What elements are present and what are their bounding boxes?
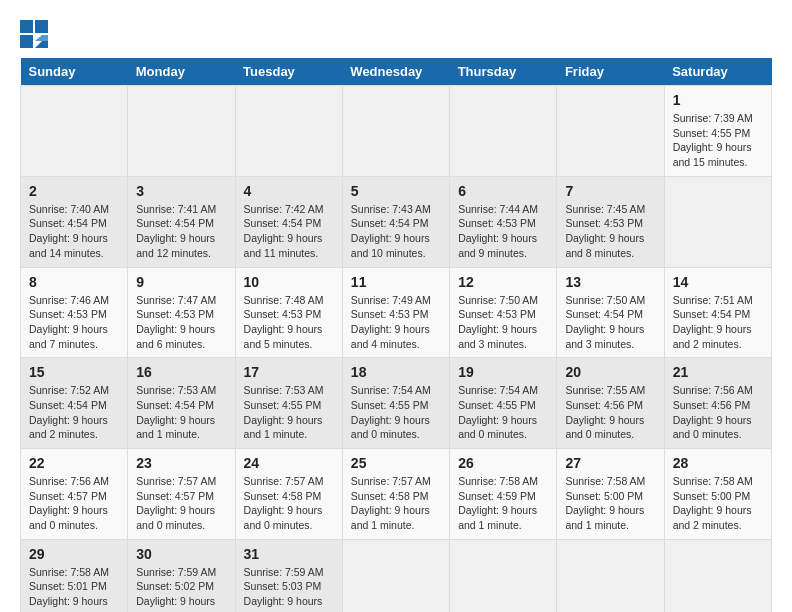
calendar-cell: 7 Sunrise: 7:45 AM Sunset: 4:53 PM Dayli… (557, 176, 664, 267)
week-row-2: 2 Sunrise: 7:40 AM Sunset: 4:54 PM Dayli… (21, 176, 772, 267)
weekday-header-monday: Monday (128, 58, 235, 86)
day-info: Sunrise: 7:54 AM Sunset: 4:55 PM Dayligh… (458, 383, 548, 442)
svg-marker-4 (35, 35, 48, 41)
sunset-label: Sunset: 4:54 PM (565, 308, 643, 320)
calendar-cell: 24 Sunrise: 7:57 AM Sunset: 4:58 PM Dayl… (235, 449, 342, 540)
day-info: Sunrise: 7:56 AM Sunset: 4:56 PM Dayligh… (673, 383, 763, 442)
day-number: 22 (29, 455, 119, 471)
calendar-cell (557, 86, 664, 177)
calendar-body: 1 Sunrise: 7:39 AM Sunset: 4:55 PM Dayli… (21, 86, 772, 613)
page-header (20, 20, 772, 48)
day-number: 16 (136, 364, 226, 380)
week-row-6: 29 Sunrise: 7:58 AM Sunset: 5:01 PM Dayl… (21, 539, 772, 612)
sunrise-label: Sunrise: 7:58 AM (458, 475, 538, 487)
day-info: Sunrise: 7:53 AM Sunset: 4:54 PM Dayligh… (136, 383, 226, 442)
day-number: 25 (351, 455, 441, 471)
sunset-label: Sunset: 4:54 PM (351, 217, 429, 229)
calendar-cell: 17 Sunrise: 7:53 AM Sunset: 4:55 PM Dayl… (235, 358, 342, 449)
calendar-cell: 4 Sunrise: 7:42 AM Sunset: 4:54 PM Dayli… (235, 176, 342, 267)
calendar-cell: 10 Sunrise: 7:48 AM Sunset: 4:53 PM Dayl… (235, 267, 342, 358)
daylight-label: Daylight: 9 hours and 9 minutes. (458, 232, 537, 259)
daylight-label: Daylight: 9 hours and 14 minutes. (29, 232, 108, 259)
day-info: Sunrise: 7:55 AM Sunset: 4:56 PM Dayligh… (565, 383, 655, 442)
daylight-label: Daylight: 9 hours and 2 minutes. (673, 504, 752, 531)
sunset-label: Sunset: 5:02 PM (136, 580, 214, 592)
day-number: 9 (136, 274, 226, 290)
sunrise-label: Sunrise: 7:57 AM (351, 475, 431, 487)
sunrise-label: Sunrise: 7:59 AM (244, 566, 324, 578)
day-info: Sunrise: 7:58 AM Sunset: 4:59 PM Dayligh… (458, 474, 548, 533)
day-number: 17 (244, 364, 334, 380)
calendar-cell (342, 539, 449, 612)
sunrise-label: Sunrise: 7:56 AM (29, 475, 109, 487)
sunset-label: Sunset: 5:03 PM (244, 580, 322, 592)
daylight-label: Daylight: 9 hours and 0 minutes. (565, 414, 644, 441)
day-info: Sunrise: 7:52 AM Sunset: 4:54 PM Dayligh… (29, 383, 119, 442)
sunrise-label: Sunrise: 7:56 AM (673, 384, 753, 396)
day-number: 31 (244, 546, 334, 562)
sunset-label: Sunset: 4:57 PM (29, 490, 107, 502)
sunrise-label: Sunrise: 7:45 AM (565, 203, 645, 215)
daylight-label: Daylight: 9 hours and 0 minutes. (673, 414, 752, 441)
calendar-cell (450, 539, 557, 612)
calendar-cell: 28 Sunrise: 7:58 AM Sunset: 5:00 PM Dayl… (664, 449, 771, 540)
day-info: Sunrise: 7:51 AM Sunset: 4:54 PM Dayligh… (673, 293, 763, 352)
sunset-label: Sunset: 4:53 PM (244, 308, 322, 320)
day-number: 30 (136, 546, 226, 562)
svg-rect-1 (35, 20, 48, 33)
day-info: Sunrise: 7:57 AM Sunset: 4:58 PM Dayligh… (351, 474, 441, 533)
sunset-label: Sunset: 4:56 PM (673, 399, 751, 411)
calendar-cell: 26 Sunrise: 7:58 AM Sunset: 4:59 PM Dayl… (450, 449, 557, 540)
sunset-label: Sunset: 4:53 PM (458, 217, 536, 229)
calendar-cell: 8 Sunrise: 7:46 AM Sunset: 4:53 PM Dayli… (21, 267, 128, 358)
day-info: Sunrise: 7:47 AM Sunset: 4:53 PM Dayligh… (136, 293, 226, 352)
day-info: Sunrise: 7:57 AM Sunset: 4:57 PM Dayligh… (136, 474, 226, 533)
day-number: 12 (458, 274, 548, 290)
day-number: 23 (136, 455, 226, 471)
daylight-label: Daylight: 9 hours and 8 minutes. (565, 232, 644, 259)
logo (20, 20, 52, 48)
sunset-label: Sunset: 4:54 PM (136, 217, 214, 229)
sunrise-label: Sunrise: 7:50 AM (565, 294, 645, 306)
day-number: 5 (351, 183, 441, 199)
sunrise-label: Sunrise: 7:54 AM (351, 384, 431, 396)
day-info: Sunrise: 7:46 AM Sunset: 4:53 PM Dayligh… (29, 293, 119, 352)
sunrise-label: Sunrise: 7:54 AM (458, 384, 538, 396)
day-number: 8 (29, 274, 119, 290)
weekday-header-row: SundayMondayTuesdayWednesdayThursdayFrid… (21, 58, 772, 86)
week-row-1: 1 Sunrise: 7:39 AM Sunset: 4:55 PM Dayli… (21, 86, 772, 177)
daylight-label: Daylight: 9 hours and 2 minutes. (673, 323, 752, 350)
day-info: Sunrise: 7:50 AM Sunset: 4:53 PM Dayligh… (458, 293, 548, 352)
sunset-label: Sunset: 4:55 PM (244, 399, 322, 411)
day-number: 19 (458, 364, 548, 380)
daylight-label: Daylight: 9 hours and 6 minutes. (136, 323, 215, 350)
daylight-label: Daylight: 9 hours and 15 minutes. (673, 141, 752, 168)
day-number: 24 (244, 455, 334, 471)
calendar-cell (235, 86, 342, 177)
sunset-label: Sunset: 4:54 PM (29, 399, 107, 411)
day-number: 13 (565, 274, 655, 290)
daylight-label: Daylight: 9 hours and 3 minutes. (136, 595, 215, 612)
day-number: 18 (351, 364, 441, 380)
sunset-label: Sunset: 4:57 PM (136, 490, 214, 502)
day-number: 7 (565, 183, 655, 199)
sunset-label: Sunset: 4:55 PM (351, 399, 429, 411)
daylight-label: Daylight: 9 hours and 0 minutes. (29, 504, 108, 531)
calendar-cell: 25 Sunrise: 7:57 AM Sunset: 4:58 PM Dayl… (342, 449, 449, 540)
calendar-cell: 5 Sunrise: 7:43 AM Sunset: 4:54 PM Dayli… (342, 176, 449, 267)
sunset-label: Sunset: 4:53 PM (351, 308, 429, 320)
daylight-label: Daylight: 9 hours and 3 minutes. (458, 323, 537, 350)
sunset-label: Sunset: 5:00 PM (565, 490, 643, 502)
sunrise-label: Sunrise: 7:41 AM (136, 203, 216, 215)
day-info: Sunrise: 7:41 AM Sunset: 4:54 PM Dayligh… (136, 202, 226, 261)
sunrise-label: Sunrise: 7:50 AM (458, 294, 538, 306)
daylight-label: Daylight: 9 hours and 12 minutes. (136, 232, 215, 259)
sunrise-label: Sunrise: 7:49 AM (351, 294, 431, 306)
sunset-label: Sunset: 5:00 PM (673, 490, 751, 502)
calendar-cell: 27 Sunrise: 7:58 AM Sunset: 5:00 PM Dayl… (557, 449, 664, 540)
sunset-label: Sunset: 4:54 PM (29, 217, 107, 229)
day-info: Sunrise: 7:54 AM Sunset: 4:55 PM Dayligh… (351, 383, 441, 442)
calendar-cell: 3 Sunrise: 7:41 AM Sunset: 4:54 PM Dayli… (128, 176, 235, 267)
daylight-label: Daylight: 9 hours and 2 minutes. (29, 414, 108, 441)
calendar-cell: 15 Sunrise: 7:52 AM Sunset: 4:54 PM Dayl… (21, 358, 128, 449)
